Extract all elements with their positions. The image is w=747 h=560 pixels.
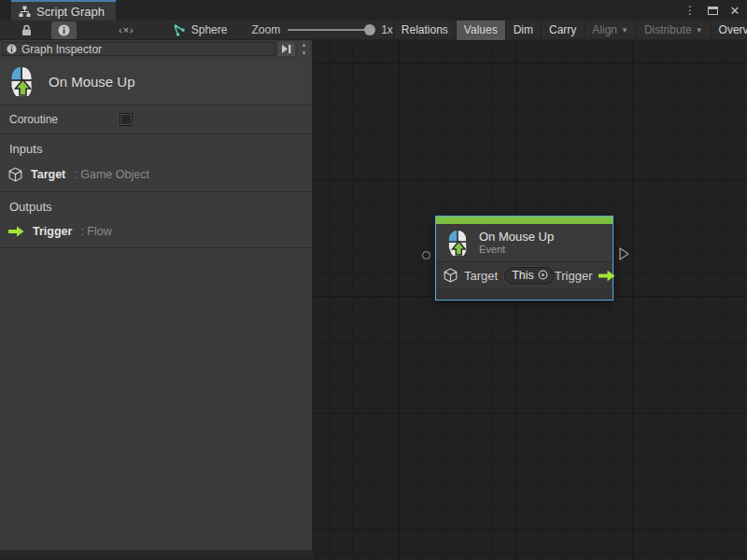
- node-header[interactable]: On Mouse Up Event: [436, 224, 613, 261]
- zoom-control: Zoom 1x: [251, 23, 392, 36]
- node-port-row: Target This Trigger: [436, 261, 613, 288]
- script-graph-tab-icon: [19, 6, 31, 18]
- output-name: Trigger: [33, 225, 72, 238]
- tab-label: Script Graph: [36, 5, 105, 19]
- mouse-up-icon: [445, 230, 470, 256]
- graph-name: Sphere: [191, 23, 228, 36]
- input-type: : Game Object: [74, 168, 149, 181]
- inspector-unit-title: On Mouse Up: [0, 58, 312, 105]
- info-badge-icon: [7, 44, 17, 54]
- coroutine-label: Coroutine: [9, 113, 120, 126]
- zoom-slider-handle[interactable]: [364, 24, 375, 35]
- flow-arrow-icon: [8, 226, 24, 237]
- close-icon[interactable]: ✕: [726, 2, 743, 19]
- graph-canvas[interactable]: On Mouse Up Event Target This: [313, 40, 747, 560]
- inspector-header-box: Graph Inspector: [2, 42, 275, 56]
- target-port-label: Target: [464, 269, 498, 283]
- dock-icon: [282, 45, 291, 53]
- zoom-slider[interactable]: [288, 29, 374, 31]
- dropdown-arrow-icon: ▼: [696, 26, 703, 35]
- lock-icon: [21, 24, 32, 36]
- inspector-toggle-button[interactable]: [51, 21, 77, 39]
- button-label: Overview: [719, 23, 747, 36]
- output-type: : Flow: [80, 225, 111, 238]
- output-row-trigger: Trigger : Flow: [0, 225, 312, 238]
- kebab-menu-icon[interactable]: ⋮: [682, 2, 698, 19]
- graph-toolbar: ‹×› Sphere Zoom 1x Relations Values Di: [0, 21, 747, 40]
- port-triangle-icon[interactable]: [619, 247, 629, 260]
- inspector-unit-title-label: On Mouse Up: [49, 74, 135, 90]
- event-color-cap: [436, 217, 613, 224]
- target-picker-icon[interactable]: [538, 270, 548, 280]
- inspector-header-label: Graph Inspector: [21, 43, 102, 56]
- node-footer: [436, 288, 613, 300]
- button-label: Distribute: [644, 23, 692, 36]
- node-subtitle: Event: [479, 244, 554, 256]
- cube-icon: [8, 167, 22, 182]
- trigger-output-port[interactable]: Trigger: [555, 269, 616, 283]
- code-preview-icon: ‹×›: [119, 24, 134, 35]
- graph-inspector-panel: Graph Inspector ▲ ▼ On Mouse Up: [0, 40, 313, 555]
- button-label: Values: [464, 23, 498, 36]
- flow-arrow-icon: [599, 270, 615, 282]
- scroll-up-icon[interactable]: ▲: [298, 42, 310, 49]
- toolbar-buttons: Relations Values Dim Carry Align ▼ Distr…: [393, 21, 747, 40]
- inspector-empty-area: [0, 247, 312, 518]
- button-label: Align: [592, 23, 617, 36]
- dim-button[interactable]: Dim: [506, 21, 542, 40]
- relations-button[interactable]: Relations: [394, 21, 457, 40]
- carry-button[interactable]: Carry: [542, 21, 585, 40]
- trigger-port-label: Trigger: [555, 269, 593, 283]
- coroutine-checkbox[interactable]: [120, 113, 133, 126]
- align-dropdown[interactable]: Align ▼: [585, 21, 637, 40]
- button-label: Dim: [514, 23, 533, 36]
- script-graph-icon: [173, 24, 186, 36]
- distribute-dropdown[interactable]: Distribute ▼: [637, 21, 712, 40]
- outputs-section: Outputs Trigger : Flow: [0, 191, 312, 247]
- scroll-down-icon[interactable]: ▼: [298, 49, 310, 57]
- input-row-target: Target : Game Object: [0, 167, 312, 182]
- input-name: Target: [31, 168, 65, 181]
- inspector-scroll-stepper: ▲ ▼: [298, 42, 310, 57]
- button-label: Carry: [549, 23, 576, 36]
- graph-reference[interactable]: Sphere: [173, 23, 228, 36]
- zoom-value: 1x: [381, 23, 393, 36]
- zoom-label: Zoom: [251, 23, 280, 36]
- title-bar: Script Graph ⋮ ✕: [0, 0, 747, 21]
- maximize-icon[interactable]: [704, 2, 721, 19]
- values-button[interactable]: Values: [457, 21, 506, 40]
- overview-button[interactable]: Overview: [712, 21, 747, 40]
- inspector-bottom-strip: [0, 550, 313, 555]
- code-preview-button[interactable]: ‹×›: [112, 21, 141, 39]
- tab-script-graph[interactable]: Script Graph: [11, 0, 116, 21]
- dropdown-arrow-icon: ▼: [621, 26, 628, 35]
- inspector-header: Graph Inspector ▲ ▼: [0, 40, 312, 58]
- lock-button[interactable]: [15, 21, 38, 39]
- target-input-port[interactable]: Target This: [444, 267, 555, 285]
- button-label: Relations: [402, 23, 448, 36]
- port-circle-icon[interactable]: [422, 251, 430, 259]
- outputs-heading: Outputs: [0, 200, 312, 214]
- this-value-chip[interactable]: This: [504, 267, 555, 285]
- inputs-section: Inputs Target : Game Object: [0, 133, 312, 191]
- cube-icon: [444, 268, 458, 283]
- dock-panel-button[interactable]: [278, 42, 295, 56]
- window-controls: ⋮ ✕: [682, 0, 743, 21]
- inputs-heading: Inputs: [0, 142, 312, 156]
- on-mouse-up-node[interactable]: On Mouse Up Event Target This: [435, 216, 613, 301]
- info-icon: [58, 24, 70, 36]
- mouse-up-icon: [7, 66, 35, 96]
- this-value-label: This: [512, 269, 534, 282]
- coroutine-row: Coroutine: [0, 105, 312, 133]
- node-title: On Mouse Up: [479, 230, 554, 244]
